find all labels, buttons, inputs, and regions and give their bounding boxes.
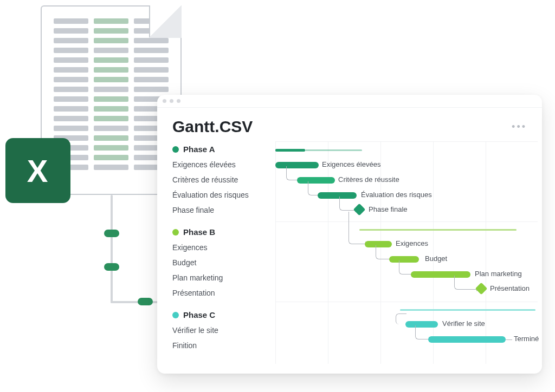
phase-summary-bar	[359, 229, 517, 231]
phase-summary-bar	[305, 149, 362, 151]
task-item[interactable]: Critères de réussite	[172, 172, 275, 187]
gantt-bar-label: Critères de réussite	[338, 175, 399, 184]
gantt-bar-label: Phase finale	[369, 205, 408, 213]
task-item[interactable]: Présentation	[172, 285, 275, 300]
connector-node	[104, 230, 119, 237]
gantt-bar-label: Exigences	[396, 239, 428, 247]
task-item[interactable]: Budget	[172, 255, 275, 270]
gantt-bar-label: Budget	[425, 254, 447, 263]
task-item[interactable]: Vérifier le site	[172, 323, 275, 338]
phase-bullet-icon	[172, 312, 179, 318]
gantt-bar-label: Évaluation des risques	[361, 191, 432, 199]
chart-grid	[275, 141, 538, 364]
task-item[interactable]: Finition	[172, 338, 275, 353]
excel-letter: X	[27, 153, 49, 189]
phase-name: Phase C	[183, 310, 215, 319]
window-dot-icon	[163, 99, 166, 103]
phase-summary-bar	[275, 149, 305, 152]
task-list: Phase A Exigences élevées Critères de ré…	[172, 141, 275, 364]
window-dot-icon	[177, 99, 180, 103]
task-item[interactable]: Exigences élevées	[172, 157, 275, 172]
gantt-window: Gantt.CSV ••• Phase A Exigences élevées …	[157, 95, 542, 374]
window-traffic-lights	[157, 95, 542, 108]
phase-summary-bar	[400, 309, 535, 311]
phase-bullet-icon	[172, 229, 179, 236]
phase-name: Phase B	[183, 227, 215, 237]
phase-header-a[interactable]: Phase A	[172, 145, 275, 154]
gantt-bar-label: Terminé	[514, 335, 539, 343]
more-menu-button[interactable]: •••	[512, 121, 527, 133]
task-item[interactable]: Exigences	[172, 240, 275, 255]
connector-line	[111, 301, 160, 303]
gantt-bar-label: Plan marketing	[475, 270, 522, 278]
phase-bullet-icon	[172, 146, 179, 153]
gantt-chart[interactable]: Exigences élevées Critères de réussite É…	[275, 141, 538, 364]
phase-header-b[interactable]: Phase B	[172, 227, 275, 237]
gantt-bar-label: Présentation	[490, 284, 530, 292]
gantt-bar[interactable]	[428, 336, 506, 343]
task-item[interactable]: Phase finale	[172, 202, 275, 218]
gantt-bar-label: Exigences élevées	[322, 160, 380, 168]
excel-app-icon: X	[5, 138, 70, 203]
connector-line	[111, 195, 113, 303]
window-dot-icon	[170, 99, 173, 103]
connector-node	[138, 298, 153, 305]
phase-name: Phase A	[183, 145, 215, 154]
page-fold-icon	[149, 5, 182, 38]
document-title: Gantt.CSV	[172, 117, 253, 136]
phase-header-c[interactable]: Phase C	[172, 310, 275, 319]
gantt-bar-label: Vérifier le site	[442, 319, 485, 328]
connector-node	[104, 263, 119, 271]
task-item[interactable]: Évaluation des risques	[172, 187, 275, 202]
task-item[interactable]: Plan marketing	[172, 270, 275, 285]
